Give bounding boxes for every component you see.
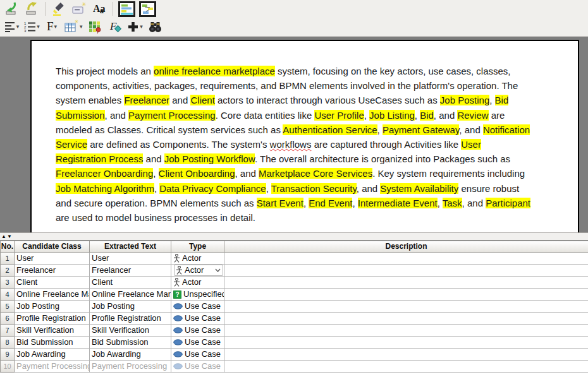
extracted-text-cell[interactable]: Skill Verification bbox=[90, 325, 171, 337]
highlighted-term[interactable]: Authentication Service bbox=[283, 124, 377, 135]
highlighted-term[interactable]: End Event bbox=[309, 198, 352, 208]
type-cell[interactable]: Use Case bbox=[171, 361, 224, 373]
description-cell[interactable] bbox=[224, 349, 588, 361]
highlighted-term[interactable]: Client Onboarding bbox=[159, 168, 235, 179]
candidate-class-cell[interactable]: User bbox=[15, 253, 90, 265]
type-dropdown[interactable]: Actor bbox=[174, 265, 223, 276]
type-cell[interactable]: Actor bbox=[171, 265, 224, 277]
highlighted-term[interactable]: Bid bbox=[420, 110, 434, 121]
highlighted-term[interactable]: Service bbox=[56, 139, 87, 150]
document-page[interactable]: This project models an online freelance … bbox=[30, 40, 579, 232]
extracted-text-cell[interactable]: Job Awarding bbox=[90, 349, 171, 361]
description-cell[interactable] bbox=[224, 265, 588, 277]
highlighted-term[interactable]: Participant bbox=[486, 198, 530, 208]
description-cell[interactable] bbox=[224, 325, 588, 337]
row-number-cell[interactable]: 6 bbox=[0, 313, 15, 325]
find-button[interactable] bbox=[146, 18, 165, 35]
splitter-bar[interactable]: ▲▼ bbox=[0, 232, 588, 241]
model-view-toggle-button[interactable] bbox=[138, 1, 157, 17]
insert-table-button[interactable]: ✳ ▾ bbox=[63, 18, 84, 35]
highlighted-term[interactable]: online freelance marketplace bbox=[154, 66, 275, 76]
type-cell[interactable]: Use Case bbox=[171, 325, 224, 337]
type-cell[interactable]: ?Unspecified bbox=[171, 289, 224, 301]
description-cell[interactable] bbox=[224, 253, 588, 265]
highlighted-term[interactable]: User bbox=[461, 139, 481, 150]
highlighted-term[interactable]: Job Matching Algorithm bbox=[56, 183, 154, 194]
highlighted-term[interactable]: Transaction Security bbox=[271, 183, 357, 194]
highlighted-term[interactable]: Job Listing bbox=[369, 110, 415, 121]
row-number-cell[interactable]: 8 bbox=[0, 337, 15, 349]
type-cell[interactable]: Use Case bbox=[171, 337, 224, 349]
highlighted-term[interactable]: Intermediate Event bbox=[358, 198, 438, 208]
highlighted-term[interactable]: Freelancer bbox=[124, 95, 169, 105]
splitter-collapse-arrows[interactable]: ▲▼ bbox=[1, 233, 13, 240]
add-button[interactable]: ▾ bbox=[126, 18, 145, 35]
description-cell[interactable] bbox=[224, 361, 588, 373]
extracted-text-cell[interactable]: User bbox=[90, 253, 171, 265]
description-cell[interactable] bbox=[224, 277, 588, 289]
row-number-cell[interactable]: 2 bbox=[0, 265, 15, 277]
column-header-extracted[interactable]: Extracted Text bbox=[90, 241, 171, 253]
highlighted-term[interactable]: Data Privacy Compliance bbox=[159, 183, 266, 194]
highlighted-term[interactable]: Registration Process bbox=[56, 153, 143, 164]
highlighted-term[interactable]: Job Posting bbox=[440, 95, 489, 105]
row-number-cell[interactable]: 10 bbox=[0, 361, 15, 373]
import-button[interactable] bbox=[2, 1, 21, 17]
new-note-button[interactable]: ✳ bbox=[70, 1, 89, 17]
candidate-class-cell[interactable]: Job Posting bbox=[15, 301, 90, 313]
type-cell[interactable]: Use Case bbox=[171, 301, 224, 313]
font-style-button[interactable]: Aa a bbox=[90, 1, 109, 17]
candidate-class-cell[interactable]: Online Freelance Ma bbox=[15, 289, 90, 301]
row-number-cell[interactable]: 4 bbox=[0, 289, 15, 301]
candidate-class-cell[interactable]: Client bbox=[15, 277, 90, 289]
column-header-candidate[interactable]: Candidate Class bbox=[15, 241, 90, 253]
type-cell[interactable]: Use Case bbox=[171, 349, 224, 361]
description-cell[interactable] bbox=[224, 337, 588, 349]
extracted-text-cell[interactable]: Client bbox=[90, 277, 171, 289]
highlighted-term[interactable]: System Availability bbox=[380, 183, 458, 194]
font-button[interactable]: F ▾ bbox=[42, 18, 61, 35]
highlighted-term[interactable]: Task bbox=[443, 198, 462, 208]
highlighted-term[interactable]: Client bbox=[190, 95, 214, 105]
align-button[interactable]: ▾ bbox=[2, 18, 21, 35]
row-number-cell[interactable]: 7 bbox=[0, 325, 15, 337]
extracted-text-cell[interactable]: Freelancer bbox=[90, 265, 171, 277]
column-header-description[interactable]: Description bbox=[224, 241, 588, 253]
candidate-class-cell[interactable]: Profile Registration bbox=[15, 313, 90, 325]
highlighted-term[interactable]: Freelancer Onboarding bbox=[56, 168, 153, 179]
description-cell[interactable] bbox=[224, 289, 588, 301]
highlighted-term[interactable]: Job Posting Workflow bbox=[164, 153, 255, 164]
chevron-down-icon[interactable] bbox=[215, 268, 221, 272]
extracted-text-cell[interactable]: Online Freelance Mark bbox=[90, 289, 171, 301]
description-cell[interactable] bbox=[224, 301, 588, 313]
highlighted-term[interactable]: Marketplace Core Services bbox=[259, 168, 372, 179]
extracted-text-cell[interactable]: Profile Registration bbox=[90, 313, 171, 325]
row-number-cell[interactable]: 9 bbox=[0, 349, 15, 361]
candidate-class-cell[interactable]: Payment Processing bbox=[15, 361, 90, 373]
candidate-class-cell[interactable]: Skill Verification bbox=[15, 325, 90, 337]
color-grid-button[interactable] bbox=[85, 18, 104, 35]
row-number-cell[interactable]: 5 bbox=[0, 301, 15, 313]
candidate-class-cell[interactable]: Job Awarding bbox=[15, 349, 90, 361]
type-cell[interactable]: Actor bbox=[171, 277, 224, 289]
column-header-no[interactable]: No. bbox=[0, 241, 15, 253]
highlighted-term[interactable]: Submission bbox=[56, 110, 105, 121]
export-button[interactable] bbox=[22, 1, 41, 17]
highlighted-term[interactable]: Payment Gateway bbox=[383, 124, 459, 135]
text-view-toggle-button[interactable] bbox=[117, 1, 137, 17]
highlighted-term[interactable]: Start Event bbox=[257, 198, 303, 208]
highlighted-term[interactable]: Payment Processing bbox=[128, 110, 216, 121]
extracted-text-cell[interactable]: Payment Processing bbox=[90, 361, 171, 373]
type-cell[interactable]: Use Case bbox=[171, 313, 224, 325]
type-cell[interactable]: Actor bbox=[171, 253, 224, 265]
highlighted-term[interactable]: Bid bbox=[495, 95, 509, 105]
highlighted-term[interactable]: Notification bbox=[483, 124, 530, 135]
numbered-list-button[interactable]: 1 2 3 ▾ bbox=[22, 18, 41, 35]
highlighted-term[interactable]: User Profile bbox=[314, 110, 364, 121]
highlight-button[interactable] bbox=[49, 1, 68, 17]
extracted-text-cell[interactable]: Job Posting bbox=[90, 301, 171, 313]
description-cell[interactable] bbox=[224, 313, 588, 325]
format-button[interactable]: F bbox=[106, 18, 125, 35]
highlighted-term[interactable]: Review bbox=[457, 110, 488, 121]
column-header-type[interactable]: Type bbox=[171, 241, 224, 253]
